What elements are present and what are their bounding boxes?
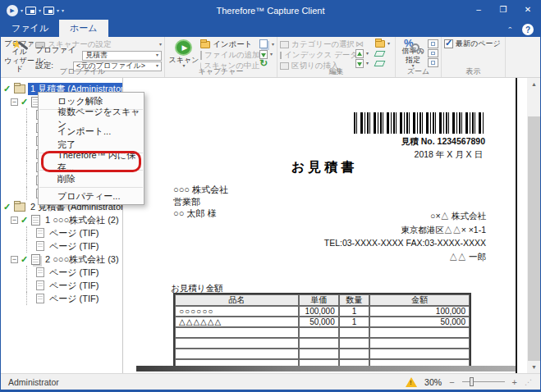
tree-item-label: ページ (TIF) (47, 280, 101, 292)
latest-page-checkbox-row[interactable]: 最新のページ (444, 39, 501, 49)
profile-wizard-button[interactable]: ★ プロファイル ウィザード (3, 39, 35, 68)
tree-item[interactable]: −✓1 ○○○株式会社 (2) (1, 213, 122, 226)
expander-icon[interactable]: − (11, 217, 18, 224)
expander-icon[interactable]: − (11, 256, 18, 263)
context-menu-item[interactable]: Therefore™ 内に保存... (39, 155, 144, 168)
group-label-edit: 編集 (277, 66, 395, 77)
tree-guide (26, 134, 36, 148)
tree-item[interactable]: ページ (TIF) (1, 279, 122, 292)
latest-page-label: 最新のページ (456, 39, 501, 49)
tree-guide (26, 187, 36, 200)
tree-item-label: 2 ○○○株式会社 (3) (43, 253, 121, 266)
quick-import-icon[interactable] (44, 7, 54, 15)
table-cell: ○○○○○○ (175, 306, 299, 317)
page-icon (36, 228, 44, 238)
scan-play-icon: ▶ (175, 39, 192, 56)
maximize-button[interactable]: ❐ (491, 0, 516, 19)
document-viewer[interactable]: 見積 No. 1234567890 2018 年 X 月 X 日 お見積書 ○○… (123, 78, 527, 373)
context-menu-item[interactable]: 削除 (39, 172, 144, 185)
tree-item[interactable]: ページ (TIF) (1, 239, 122, 253)
tree-item-label: ページ (TIF) (47, 267, 101, 279)
chevron-down-icon: ▾ (272, 43, 274, 47)
table-header-row: 品名単価数量金額 (175, 294, 470, 306)
table-cell (175, 327, 299, 338)
warning-icon[interactable] (406, 377, 417, 387)
import-button[interactable]: インポート (200, 39, 259, 50)
tree-item-label: ページ (TIF) (47, 240, 101, 253)
check-icon: ✓ (21, 254, 31, 265)
vertical-scrollbar[interactable]: ▲ ▼ (527, 78, 541, 373)
chevron-down-icon[interactable]: ▾ (21, 7, 23, 13)
zoom-slider-handle[interactable] (470, 377, 474, 386)
table-row (175, 349, 470, 359)
page-up-button[interactable]: ▾ (355, 49, 375, 59)
table-cell: 100,000 (299, 306, 339, 317)
add-file-button: ファイルの追加 (200, 50, 259, 61)
zoom-ratio-button[interactable]: % 倍率の指定 ▾ (398, 39, 428, 68)
tree-item-label: ページ (TIF) (47, 227, 101, 239)
recipient-line: 営業部 (173, 196, 228, 208)
page-up-icon (355, 49, 364, 58)
collapse-ribbon-icon[interactable]: ⌃ (507, 26, 513, 33)
scan-button[interactable]: ▶ スキャン ▾ (167, 39, 200, 68)
expander-icon[interactable]: − (11, 98, 18, 106)
check-icon: ✓ (3, 202, 14, 212)
move-page-button[interactable]: ▾ (259, 50, 274, 59)
help-icon[interactable]: ? (522, 24, 534, 35)
zoom-actual-size-button[interactable] (428, 39, 438, 48)
customize-toolbar-icon[interactable]: ▾ (62, 7, 64, 13)
minimize-button[interactable]: – (466, 0, 491, 19)
checkbox-checked-icon[interactable] (444, 39, 453, 48)
table-cell (175, 338, 299, 349)
table-cell (339, 327, 370, 338)
sender-line: ○×△ 株式会社 (324, 209, 486, 223)
zoom-slider[interactable] (462, 381, 505, 382)
quick-scanner-save-icon[interactable] (25, 7, 36, 15)
eraser-icon (374, 51, 386, 57)
tree-item[interactable]: ページ (TIF) (1, 292, 122, 305)
page-icon (36, 241, 44, 251)
new-batch-button[interactable]: ▾ (375, 39, 390, 49)
context-menu-item[interactable]: 複数ページをスキャン (39, 112, 144, 125)
tree-item[interactable]: ページ (TIF) (1, 266, 122, 279)
group-label-view: 表示 (442, 66, 505, 77)
copy-page-button[interactable]: ▾ (259, 39, 274, 50)
zoom-in-button[interactable]: + (512, 377, 517, 387)
quick-scan-icon[interactable]: ▶ (7, 5, 18, 16)
select-category-button: カテゴリーの選択 (280, 39, 355, 50)
resize-grip[interactable]: ⋰ (525, 378, 533, 386)
tab-file[interactable]: ファイル (1, 20, 59, 37)
zoom-out-button[interactable]: − (449, 377, 454, 387)
merge-icon: ⋈ (355, 39, 364, 48)
table-cell (369, 349, 470, 359)
context-menu-item[interactable]: プロパティー... (39, 189, 144, 203)
index-data-icon (280, 52, 282, 59)
table-cell (369, 338, 470, 349)
tree-guide (26, 226, 36, 239)
tree-item[interactable]: ページ (TIF) (1, 226, 122, 239)
table-header-cell: 数量 (339, 294, 370, 306)
check-icon: ✓ (21, 97, 31, 107)
add-file-icon (200, 51, 202, 60)
clean-page-button[interactable] (375, 49, 390, 59)
window-controls: – ❐ ✕ (466, 0, 540, 19)
close-button[interactable]: ✕ (516, 0, 540, 19)
batch-folder-icon (14, 84, 25, 93)
scroll-up-icon[interactable]: ▲ (527, 78, 541, 90)
import-folder-icon (200, 41, 210, 48)
scrollbar-thumb[interactable] (528, 116, 540, 361)
chevron-down-icon[interactable]: ▾ (39, 7, 41, 13)
profile-select[interactable]: 見積書 ▾ (82, 51, 162, 61)
sender-line: △△ 一郎 (324, 250, 486, 264)
chevron-down-icon[interactable]: ▾ (57, 7, 59, 13)
zoom-fit-page-button[interactable] (428, 49, 438, 58)
window-title: Therefore™ Capture Client (1, 6, 540, 16)
scroll-down-icon[interactable]: ▼ (527, 361, 541, 373)
ribbon-group-zoom: % 倍率の指定 ▾ ズーム (396, 37, 442, 77)
tree-item[interactable]: −✓2 ○○○株式会社 (3) (1, 253, 122, 266)
recipient-line: ○○○ 株式会社 (173, 184, 228, 196)
tab-home[interactable]: ホーム (59, 20, 108, 37)
batch-folder-icon (14, 203, 25, 212)
group-label-zoom: ズーム (396, 66, 441, 77)
table-cell: 1 (339, 317, 370, 327)
